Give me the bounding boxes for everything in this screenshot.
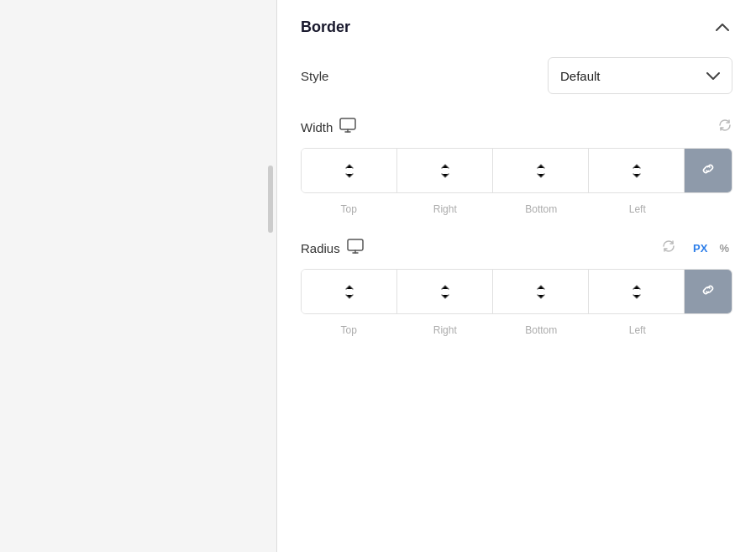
width-left-label: Left: [590, 202, 686, 215]
radius-top-cell[interactable]: [302, 270, 397, 313]
collapse-button[interactable]: [712, 17, 732, 37]
radius-top-label: Top: [301, 323, 397, 336]
width-link-icon: [699, 160, 717, 182]
width-right-arrows: [438, 162, 452, 180]
width-right-cell[interactable]: [397, 149, 493, 192]
width-link-spacer: [685, 202, 732, 215]
radius-link-spacer: [685, 323, 732, 336]
style-dropdown[interactable]: Default: [548, 57, 732, 94]
section-title: Border: [301, 18, 350, 36]
radius-right-cell[interactable]: [397, 270, 493, 313]
width-right-label: Right: [397, 202, 494, 215]
width-bottom-cell[interactable]: [493, 149, 589, 192]
radius-top-down-arrow[interactable]: [343, 292, 356, 301]
radius-unit-buttons: PX %: [690, 240, 732, 256]
width-bottom-label: Bottom: [493, 202, 590, 215]
radius-right-up-arrow[interactable]: [438, 283, 452, 292]
radius-section: Radius PX %: [301, 239, 732, 336]
scrollbar[interactable]: [268, 166, 273, 233]
radius-bottom-arrows: [534, 283, 548, 301]
radius-px-button[interactable]: PX: [690, 240, 711, 256]
width-right-down-arrow[interactable]: [438, 171, 452, 180]
width-spinner-grid: [301, 148, 732, 193]
width-right-up-arrow[interactable]: [438, 162, 452, 171]
radius-monitor-icon: [347, 239, 364, 257]
left-panel: [0, 0, 277, 552]
radius-subsection-header: Radius PX %: [301, 239, 732, 257]
right-panel: Border Style Default Width: [277, 0, 756, 552]
width-subsection-header: Width: [301, 118, 732, 136]
width-bottom-arrows: [534, 162, 548, 180]
width-section: Width: [301, 118, 732, 215]
width-top-down-arrow[interactable]: [343, 171, 356, 180]
radius-pct-button[interactable]: %: [716, 240, 732, 256]
radius-left-label: Left: [590, 323, 686, 336]
svg-rect-0: [340, 118, 355, 129]
width-top-arrows: [343, 162, 356, 180]
width-top-up-arrow[interactable]: [343, 162, 356, 171]
radius-left-arrows: [630, 283, 643, 301]
radius-left-down-arrow[interactable]: [630, 292, 643, 301]
radius-title: Radius: [301, 241, 340, 255]
radius-link-icon: [699, 281, 717, 303]
width-bottom-up-arrow[interactable]: [534, 162, 548, 171]
style-field-row: Style Default: [301, 57, 732, 94]
radius-right-label: Right: [397, 323, 494, 336]
width-left-arrows: [630, 162, 643, 180]
width-top-label: Top: [301, 202, 397, 215]
radius-bottom-label: Bottom: [493, 323, 590, 336]
width-left-down-arrow[interactable]: [630, 171, 643, 180]
radius-spinner-grid: [301, 269, 732, 314]
radius-top-arrows: [343, 283, 356, 301]
border-section-header: Border: [301, 17, 732, 37]
radius-spinner-labels: Top Right Bottom Left: [301, 323, 732, 336]
width-left-up-arrow[interactable]: [630, 162, 643, 171]
style-dropdown-value: Default: [560, 69, 601, 83]
radius-reset-icon[interactable]: [661, 239, 676, 257]
radius-bottom-cell[interactable]: [493, 270, 589, 313]
radius-right-down-arrow[interactable]: [438, 292, 452, 301]
width-link-button[interactable]: [685, 149, 732, 192]
width-spinner-container: [301, 148, 732, 193]
width-title: Width: [301, 120, 333, 134]
radius-left-cell[interactable]: [589, 270, 685, 313]
width-left-cell[interactable]: [589, 149, 685, 192]
width-top-cell[interactable]: [302, 149, 397, 192]
radius-top-up-arrow[interactable]: [343, 283, 356, 292]
radius-bottom-up-arrow[interactable]: [534, 283, 548, 292]
width-reset-icon[interactable]: [717, 118, 732, 136]
radius-bottom-down-arrow[interactable]: [534, 292, 548, 301]
radius-left-up-arrow[interactable]: [630, 283, 643, 292]
width-bottom-down-arrow[interactable]: [534, 171, 548, 180]
radius-link-button[interactable]: [685, 270, 732, 313]
style-label: Style: [301, 69, 328, 83]
radius-right-arrows: [438, 283, 452, 301]
monitor-icon: [339, 118, 356, 136]
radius-spinner-container: [301, 269, 732, 314]
width-spinner-labels: Top Right Bottom Left: [301, 202, 732, 215]
svg-rect-1: [348, 239, 363, 250]
chevron-down-icon: [706, 67, 720, 85]
